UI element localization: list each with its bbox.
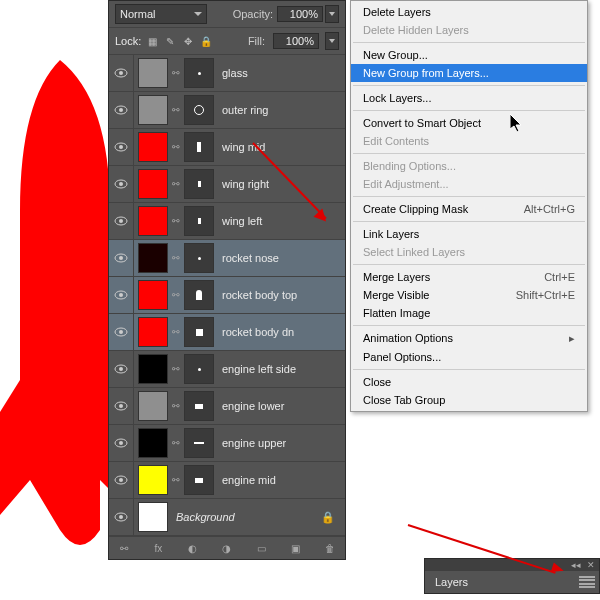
menu-item[interactable]: New Group... <box>351 46 587 64</box>
close-icon[interactable]: ✕ <box>587 560 595 570</box>
link-layers-icon[interactable]: ⚯ <box>117 541 131 555</box>
menu-item[interactable]: Merge LayersCtrl+E <box>351 268 587 286</box>
layer-name: wing left <box>222 215 262 227</box>
lock-icon: 🔒 <box>321 511 335 524</box>
mask-icon[interactable]: ◐ <box>186 541 200 555</box>
layer-name: engine upper <box>222 437 286 449</box>
menu-separator <box>353 42 585 43</box>
vector-mask[interactable] <box>184 354 214 384</box>
lock-position-icon[interactable]: ✥ <box>181 34 195 48</box>
layer-list: ⚯glass⚯outer ring⚯wing mid⚯wing right⚯wi… <box>109 55 345 536</box>
menu-item[interactable]: Create Clipping MaskAlt+Ctrl+G <box>351 200 587 218</box>
visibility-icon[interactable] <box>109 351 134 387</box>
link-icon: ⚯ <box>170 68 182 78</box>
visibility-icon[interactable] <box>109 55 134 91</box>
panel-menu-icon[interactable] <box>579 576 595 588</box>
menu-item[interactable]: Close Tab Group <box>351 391 587 409</box>
vector-mask[interactable] <box>184 169 214 199</box>
vector-mask[interactable] <box>184 391 214 421</box>
menu-item[interactable]: Merge VisibleShift+Ctrl+E <box>351 286 587 304</box>
link-icon: ⚯ <box>170 475 182 485</box>
visibility-icon[interactable] <box>109 240 134 276</box>
vector-mask[interactable] <box>184 243 214 273</box>
menu-item: Blending Options... <box>351 157 587 175</box>
visibility-icon[interactable] <box>109 166 134 202</box>
visibility-icon[interactable] <box>109 203 134 239</box>
collapse-icon[interactable]: ◂◂ <box>571 560 581 570</box>
visibility-icon[interactable] <box>109 388 134 424</box>
background-layer-row[interactable]: Background🔒 <box>109 499 345 536</box>
menu-separator <box>353 85 585 86</box>
svg-point-25 <box>119 515 123 519</box>
menu-item[interactable]: Flatten Image <box>351 304 587 322</box>
menu-item[interactable]: Panel Options... <box>351 348 587 366</box>
layer-row[interactable]: ⚯wing left <box>109 203 345 240</box>
layer-row[interactable]: ⚯engine upper <box>109 425 345 462</box>
trash-icon[interactable]: 🗑 <box>323 541 337 555</box>
layer-swatch <box>138 354 168 384</box>
visibility-icon[interactable] <box>109 462 134 498</box>
layer-row[interactable]: ⚯outer ring <box>109 92 345 129</box>
layer-row[interactable]: ⚯wing right <box>109 166 345 203</box>
menu-item[interactable]: Animation Options▸ <box>351 329 587 348</box>
link-icon: ⚯ <box>170 364 182 374</box>
visibility-icon[interactable] <box>109 277 134 313</box>
layer-row[interactable]: ⚯engine lower <box>109 388 345 425</box>
vector-mask[interactable] <box>184 132 214 162</box>
link-icon: ⚯ <box>170 438 182 448</box>
vector-mask[interactable] <box>184 280 214 310</box>
opacity-dropdown-icon[interactable] <box>325 5 339 23</box>
layer-name: outer ring <box>222 104 268 116</box>
layer-swatch <box>138 465 168 495</box>
fill-value[interactable]: 100% <box>273 33 319 49</box>
vector-mask[interactable] <box>184 317 214 347</box>
visibility-icon[interactable] <box>109 129 134 165</box>
menu-item[interactable]: Delete Layers <box>351 3 587 21</box>
vector-mask[interactable] <box>184 95 214 125</box>
lock-all-icon[interactable]: 🔒 <box>199 34 213 48</box>
menu-item[interactable]: Convert to Smart Object <box>351 114 587 132</box>
group-icon[interactable]: ▭ <box>254 541 268 555</box>
new-layer-icon[interactable]: ▣ <box>289 541 303 555</box>
fx-icon[interactable]: fx <box>151 541 165 555</box>
fill-dropdown-icon[interactable] <box>325 32 339 50</box>
layer-row[interactable]: ⚯engine mid <box>109 462 345 499</box>
adjustment-icon[interactable]: ◑ <box>220 541 234 555</box>
layer-name: glass <box>222 67 248 79</box>
layer-row[interactable]: ⚯wing mid <box>109 129 345 166</box>
svg-point-9 <box>119 219 123 223</box>
svg-point-3 <box>119 108 123 112</box>
vector-mask[interactable] <box>184 58 214 88</box>
blend-mode-select[interactable]: Normal <box>115 4 207 24</box>
visibility-icon[interactable] <box>109 425 134 461</box>
layer-name: rocket body top <box>222 289 297 301</box>
menu-item[interactable]: Close <box>351 373 587 391</box>
layer-row[interactable]: ⚯rocket body dn <box>109 314 345 351</box>
link-icon: ⚯ <box>170 216 182 226</box>
visibility-icon[interactable] <box>109 499 134 535</box>
lock-pixels-icon[interactable]: ✎ <box>163 34 177 48</box>
opacity-value[interactable]: 100% <box>277 6 323 22</box>
menu-separator <box>353 221 585 222</box>
vector-mask[interactable] <box>184 465 214 495</box>
layer-name: engine lower <box>222 400 284 412</box>
link-icon: ⚯ <box>170 105 182 115</box>
visibility-icon[interactable] <box>109 92 134 128</box>
vector-mask[interactable] <box>184 206 214 236</box>
layer-name: wing right <box>222 178 269 190</box>
visibility-icon[interactable] <box>109 314 134 350</box>
layers-tab-label[interactable]: Layers <box>425 574 478 590</box>
layer-row[interactable]: ⚯rocket body top <box>109 277 345 314</box>
svg-point-13 <box>119 293 123 297</box>
menu-item[interactable]: New Group from Layers... <box>351 64 587 82</box>
layer-row[interactable]: ⚯glass <box>109 55 345 92</box>
fill-label: Fill: <box>248 35 265 47</box>
layer-swatch <box>138 428 168 458</box>
layer-row[interactable]: ⚯rocket nose <box>109 240 345 277</box>
layer-row[interactable]: ⚯engine left side <box>109 351 345 388</box>
menu-item[interactable]: Lock Layers... <box>351 89 587 107</box>
menu-item[interactable]: Link Layers <box>351 225 587 243</box>
lock-transparent-icon[interactable]: ▦ <box>145 34 159 48</box>
menu-separator <box>353 196 585 197</box>
vector-mask[interactable] <box>184 428 214 458</box>
